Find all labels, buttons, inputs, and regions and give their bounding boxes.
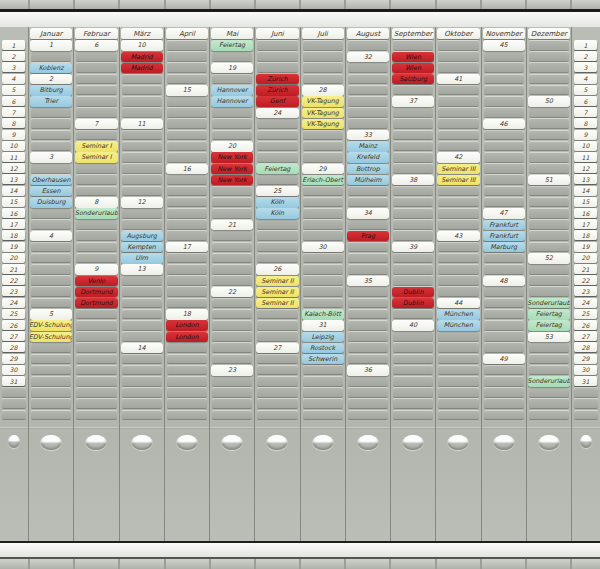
t-card-yellow[interactable]: Seminar II [256,298,298,308]
t-card-red[interactable]: New York [211,152,253,162]
t-card-blue[interactable]: Krefeld [347,152,389,162]
t-card-red[interactable]: London [166,320,208,330]
t-card-green[interactable]: Feiertag [256,164,298,174]
t-card-white[interactable]: 15 [166,85,208,95]
t-card-blue[interactable]: Ulm [121,253,163,263]
t-card-blue[interactable]: Trier [30,96,72,106]
t-card-red[interactable]: Genf [256,96,298,106]
t-card-white[interactable]: 35 [347,276,389,286]
t-card-blue[interactable]: Duisburg [30,197,72,207]
t-card-white[interactable]: 19 [211,63,253,73]
t-card-blue[interactable]: Frankfurt [483,220,525,230]
t-card-white[interactable]: 5 [30,309,72,319]
t-card-red[interactable]: New York [211,175,253,185]
t-card-blue[interactable]: Koblenz [30,63,72,73]
t-card-red[interactable]: Venlo [75,276,117,286]
t-card-blue[interactable]: Mainz [347,141,389,151]
t-card-blue[interactable]: Hannover [211,96,253,106]
t-card-white[interactable]: 52 [528,253,570,263]
t-card-white[interactable]: 53 [528,332,570,342]
t-card-green[interactable]: Feiertag [528,320,570,330]
t-card-white[interactable]: 36 [347,365,389,375]
t-card-white[interactable]: 16 [166,164,208,174]
t-card-blue[interactable]: Marburg [483,242,525,252]
t-card-yellow[interactable]: Seminar I [75,152,117,162]
t-card-white[interactable]: 1 [30,40,72,50]
t-card-yellow[interactable]: VK-Tagung [302,96,344,106]
t-card-white[interactable]: 38 [392,175,434,185]
t-card-white[interactable]: 33 [347,130,389,140]
t-card-white[interactable]: 43 [437,231,479,241]
t-card-red[interactable]: Madrid [121,63,163,73]
t-card-red[interactable]: Zürich [256,74,298,84]
t-card-white[interactable]: 14 [121,343,163,353]
t-card-yellow[interactable]: Seminar II [256,276,298,286]
t-card-white[interactable]: 28 [302,85,344,95]
t-card-white[interactable]: 42 [437,152,479,162]
t-card-white[interactable]: 51 [528,175,570,185]
t-card-blue[interactable]: München [437,320,479,330]
t-card-yellow[interactable]: EDV-Schulung [30,320,72,330]
t-card-blue[interactable]: München [437,309,479,319]
t-card-white[interactable]: 9 [75,264,117,274]
t-card-white[interactable]: 50 [528,96,570,106]
t-card-blue[interactable]: Rostock [302,343,344,353]
t-card-green[interactable]: Sonderurlaub [528,298,570,308]
t-card-blue[interactable]: Köln [256,197,298,207]
t-card-green[interactable]: Feiertag [211,40,253,50]
t-card-yellow[interactable]: Seminar II [256,287,298,297]
t-card-white[interactable]: 31 [302,320,344,330]
t-card-white[interactable]: 3 [30,152,72,162]
t-card-yellow[interactable]: VK-Tagung [302,119,344,129]
t-card-green[interactable]: Sonderurlaub [75,208,117,218]
t-card-white[interactable]: 12 [121,197,163,207]
t-card-blue[interactable]: Bitburg [30,85,72,95]
t-card-white[interactable]: 44 [437,298,479,308]
t-card-white[interactable]: 27 [256,343,298,353]
t-card-white[interactable]: 23 [211,365,253,375]
t-card-white[interactable]: 34 [347,208,389,218]
t-card-white[interactable]: 29 [302,164,344,174]
t-card-blue[interactable]: Schwerin [302,354,344,364]
t-card-blue[interactable]: Oberhausen [30,175,72,185]
t-card-yellow[interactable]: EDV-Schulung [30,332,72,342]
t-card-red[interactable]: Dortmund [75,298,117,308]
t-card-white[interactable]: 11 [121,119,163,129]
t-card-blue[interactable]: Bottrop [347,164,389,174]
t-card-red[interactable]: Dortmund [75,287,117,297]
t-card-white[interactable]: 4 [30,231,72,241]
t-card-yellow[interactable]: Seminar III [437,164,479,174]
t-card-white[interactable]: 40 [392,320,434,330]
t-card-white[interactable]: 7 [75,119,117,129]
t-card-white[interactable]: 37 [392,96,434,106]
t-card-blue[interactable]: Hannover [211,85,253,95]
t-card-red[interactable]: Dublin [392,287,434,297]
t-card-green[interactable]: Sonderurlaub [528,376,570,386]
t-card-white[interactable]: 10 [121,40,163,50]
t-card-red[interactable]: London [166,332,208,342]
t-card-white[interactable]: 48 [483,276,525,286]
t-card-red[interactable]: Prag [347,231,389,241]
t-card-white[interactable]: 18 [166,309,208,319]
t-card-white[interactable]: 30 [302,242,344,252]
t-card-white[interactable]: 17 [166,242,208,252]
t-card-white[interactable]: 25 [256,186,298,196]
t-card-green[interactable]: Erlach-Obert [302,175,344,185]
t-card-blue[interactable]: Leipzig [302,332,344,342]
t-card-blue[interactable]: Köln [256,208,298,218]
t-card-white[interactable]: 26 [256,264,298,274]
t-card-white[interactable]: 22 [211,287,253,297]
t-card-white[interactable]: 49 [483,354,525,364]
t-card-blue[interactable]: Frankfurt [483,231,525,241]
t-card-white[interactable]: 32 [347,52,389,62]
t-card-red[interactable]: Zürich [256,85,298,95]
t-card-white[interactable]: 47 [483,208,525,218]
t-card-white[interactable]: 20 [211,141,253,151]
t-card-blue[interactable]: Kempten [121,242,163,252]
t-card-green[interactable]: Kalach-Bött [302,309,344,319]
t-card-green[interactable]: Feiertag [528,309,570,319]
t-card-white[interactable]: 13 [121,264,163,274]
t-card-white[interactable]: 39 [392,242,434,252]
t-card-white[interactable]: 24 [256,108,298,118]
t-card-red[interactable]: Wien [392,63,434,73]
